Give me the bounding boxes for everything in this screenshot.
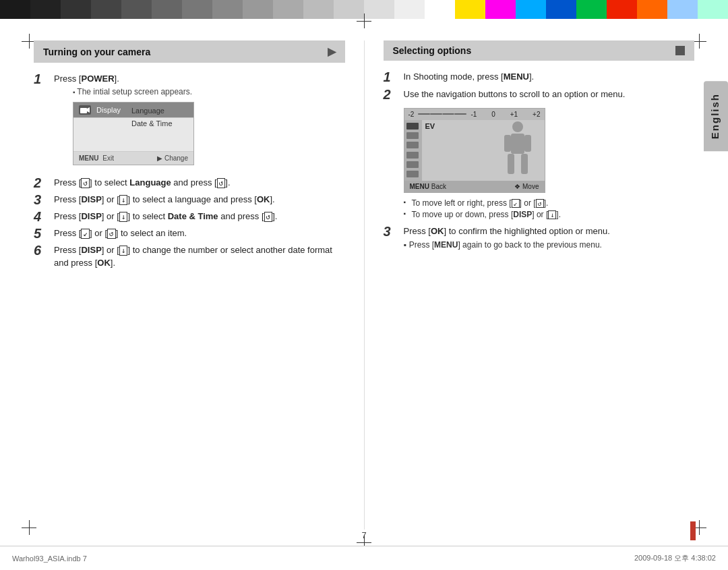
svg-rect-5 [521,154,528,174]
change-label: ▶ Change [157,154,188,162]
step-2-text: Press [↺] to select Language and press [… [54,176,231,190]
ev-marker-0: 0 [491,111,495,118]
step-1: 1 Press [POWER]. The intial setup screen… [34,72,345,171]
r-step-3: 3 Press [OK] to confirm the highlighted … [384,225,695,250]
page-number: 7 [361,530,366,540]
right-section: Selecting options 1 In Shooting mode, pr… [384,40,695,530]
bottom-bar: Warhol93_ASIA.indb 7 2009-09-18 오후 4:38:… [0,546,728,570]
bullet-2: To move up or down, press [DISP] or [↓]. [404,210,626,219]
step-4-number: 4 [34,210,49,223]
step-5-text: Press [↙] or [↺] to select an item. [54,227,187,240]
right-section-header: Selecting options [384,40,695,61]
right-section-title: Selecting options [393,45,472,56]
right-section-square [675,46,685,55]
ev-icon-3 [406,142,419,148]
ev-icon-2 [406,132,419,139]
ev-body: EV [404,120,545,181]
step-5-number: 5 [34,227,49,240]
ev-sidebar [404,120,422,181]
r-step-2: 2 Use the navigation buttons to scroll t… [384,88,695,219]
bottom-bar-right: 2009-09-18 오후 4:38:02 [634,553,716,563]
ev-label: EV [425,122,435,130]
display-label: Display [96,106,121,114]
step-6-number: 6 [34,244,49,257]
ev-icon-5 [406,161,419,168]
ev-icon-6 [406,171,419,177]
ev-top-bar: -2 -1 0 +1 +2 [404,109,545,120]
left-section-header: Turning on your camera ▶ [34,40,345,63]
left-section: Turning on your camera ▶ 1 Press [POWER]… [34,40,345,530]
ev-screen: -2 -1 0 +1 +2 [404,108,545,193]
r-step-1: 1 In Shooting mode, press [MENU]. [384,70,695,84]
left-section-title: Turning on your camera [43,47,150,57]
language-option: Language [131,105,173,118]
svg-rect-0 [80,108,87,113]
svg-marker-1 [87,107,90,113]
step-2: 2 Press [↺] to select Language and press… [34,176,345,190]
bullet-1: To move left or right, press [↙] or [↺]. [404,198,626,208]
step-3-number: 3 [34,193,49,206]
ev-icon-4 [406,152,419,159]
main-content: Turning on your camera ▶ 1 Press [POWER]… [34,40,694,530]
camera-icon [79,105,91,115]
r-step-3-text: Press [OK] to confirm the highlighted op… [404,225,610,238]
menu-exit-label: MENU MENU ExitExit [79,154,114,162]
svg-rect-7 [524,135,531,152]
camera-screen-menu: MENU MENU ExitExit ▶ Change [73,152,193,165]
step-1-number: 1 [34,72,49,86]
step-1-text: Press [POWER]. [54,72,194,86]
svg-rect-6 [504,135,511,152]
r-step-2-number: 2 [384,88,398,101]
r-step-3-sub: ▪Press [MENU] again to go back to the pr… [404,240,610,250]
bottom-bar-left: Warhol93_ASIA.indb 7 [12,554,87,563]
left-section-arrow: ▶ [328,45,336,58]
ev-marker-pos2: +2 [533,111,540,118]
ev-icon-1 [406,123,419,130]
r-step-3-number: 3 [384,225,398,238]
svg-rect-4 [508,154,514,174]
camera-options: Language Date & Time [131,105,173,132]
crosshair-center-top [357,13,371,28]
page-red-bar [690,521,696,540]
divider [364,40,365,530]
ev-move-label: ❖ Move [514,183,539,190]
person-silhouette [497,120,538,181]
step-1-sub: The intial setup screen appears. [73,87,194,96]
r-step-1-text: In Shooting mode, press [MENU]. [404,70,535,84]
r-step-2-text: Use the navigation buttons to scroll to … [404,88,626,101]
r-step-1-number: 1 [384,70,398,84]
ev-marker-neg1: -1 [471,111,477,118]
step-5: 5 Press [↙] or [↺] to select an item. [34,227,345,240]
step-2-number: 2 [34,176,49,190]
step-4: 4 Press [DISP] or [↓] to select Date & T… [34,210,345,223]
english-tab: English [704,81,728,151]
ev-marker-neg2: -2 [408,111,415,118]
step-3-text: Press [DISP] or [↓] to select a language… [54,193,275,206]
svg-point-2 [512,121,523,132]
step-4-text: Press [DISP] or [↓] to select Date & Tim… [54,210,277,223]
step-6: 6 Press [DISP] or [↓] to change the numb… [34,244,345,270]
step-3: 3 Press [DISP] or [↓] to select a langua… [34,193,345,206]
ev-main: EV [422,120,545,181]
ev-marker-pos1: +1 [510,111,518,118]
ev-back-label: MENU Back [410,183,446,190]
svg-rect-3 [511,134,524,154]
datetime-option: Date & Time [131,117,173,131]
step-6-text: Press [DISP] or [↓] to change the number… [54,244,345,270]
ev-bottom-bar: MENU Back ❖ Move [404,181,545,192]
r-step-2-bullets: To move left or right, press [↙] or [↺].… [404,198,626,219]
